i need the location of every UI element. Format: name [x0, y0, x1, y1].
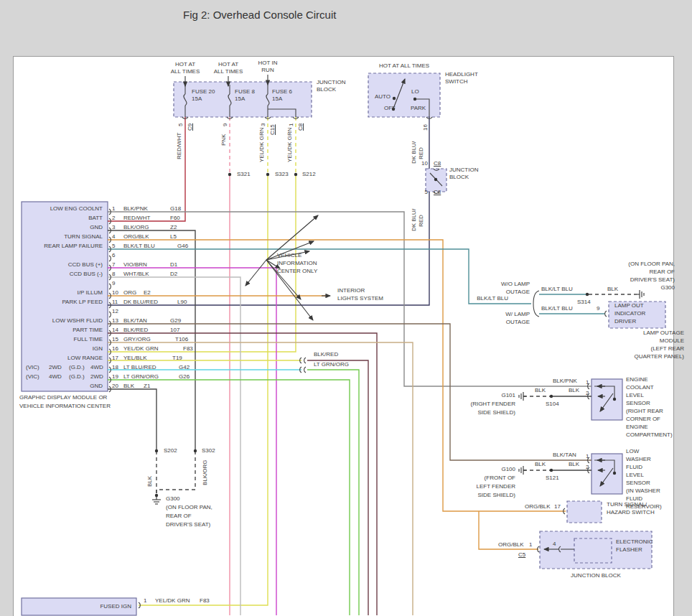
- splice-dot: [228, 173, 231, 176]
- splice-dot: [194, 449, 197, 452]
- wire-wht-blk: [108, 277, 240, 615]
- wire-yel-dk-grn-1: [139, 174, 268, 605]
- splice-dot: [586, 293, 589, 296]
- splice-dot: [413, 98, 416, 101]
- wire-vio-brn: [108, 268, 276, 615]
- wire-blk-org: [108, 230, 195, 451]
- wiring-diagram: [0, 0, 692, 616]
- page: { "title":"Fig 2: Overhead Console Circu…: [0, 0, 692, 616]
- wire-lt-grn-org-19: [108, 380, 350, 615]
- splice-dot: [550, 395, 553, 398]
- wire-blk-red-14: [108, 333, 377, 615]
- vic-arrow-2: [266, 241, 314, 260]
- splice-dot: [434, 178, 437, 181]
- connector-arc: [304, 367, 306, 373]
- junction-block-top-box: [174, 82, 312, 117]
- vic-arrow-5: [246, 260, 266, 286]
- wire-org-blk: [108, 240, 566, 511]
- vic-arrow-3: [266, 251, 309, 260]
- splice-dot: [294, 173, 297, 176]
- splice-dot: [266, 173, 269, 176]
- splice-dot: [613, 472, 616, 475]
- washer-sensor-box: [592, 454, 622, 494]
- splice-dot: [155, 449, 158, 452]
- wire-dk-blu-red-b: [108, 192, 429, 305]
- brace: [533, 291, 539, 317]
- wire-gry-org: [108, 342, 413, 615]
- wire-org-blk-branch: [479, 511, 538, 549]
- connector-arc: [304, 358, 306, 363]
- display-module-box: [22, 202, 108, 391]
- wire-blk-z1: [108, 389, 156, 451]
- splice-dot: [550, 469, 553, 472]
- splice-dot: [393, 97, 396, 100]
- connector-arc: [605, 311, 607, 317]
- turn-hazard-switch-box: [567, 501, 602, 523]
- lamp-out-driver-box: [609, 302, 665, 328]
- vic-arrow-7: [266, 260, 313, 320]
- figure-title: Fig 2: Overhead Console Circuit: [183, 9, 336, 21]
- wire-blk-org-dash: [156, 451, 195, 495]
- wire-lt-grn-org-18: [307, 370, 359, 615]
- connector-arc: [109, 256, 111, 261]
- splice-dot: [155, 494, 158, 497]
- connector-arc: [109, 312, 111, 317]
- electronic-flasher-box: [574, 538, 612, 563]
- splice-dot: [613, 398, 616, 401]
- connector-arc: [109, 284, 111, 289]
- fused-ign-box: [22, 598, 136, 615]
- wire-red-wht: [108, 117, 185, 221]
- coolant-sensor-box: [592, 379, 622, 420]
- vic-arrow-1: [266, 215, 318, 260]
